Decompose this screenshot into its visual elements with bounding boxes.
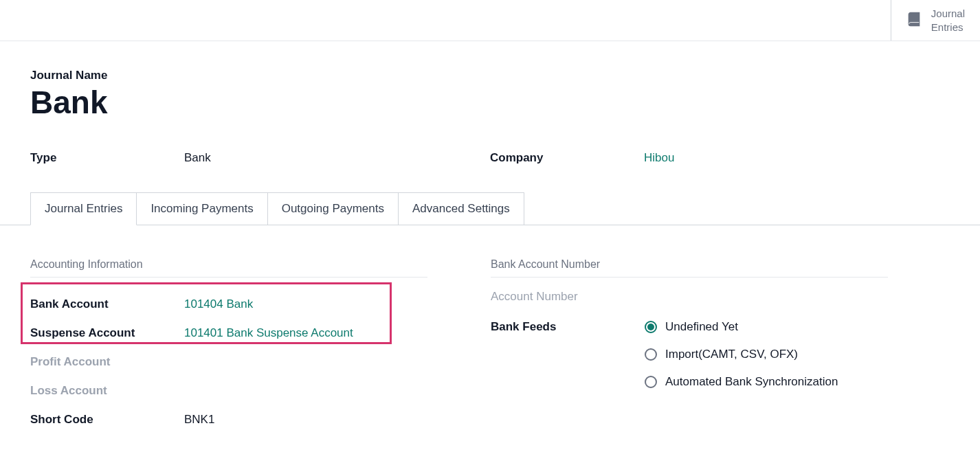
journal-name-value[interactable]: Bank bbox=[30, 84, 950, 121]
type-label: Type bbox=[30, 151, 184, 165]
field-group: Bank Account 101404 Bank Suspense Accoun… bbox=[30, 290, 491, 434]
radio-label: Import(CAMT, CSV, OFX) bbox=[665, 348, 798, 361]
bank-account-label: Bank Account bbox=[30, 297, 184, 311]
radio-unselected-icon bbox=[645, 348, 657, 361]
profit-account-label: Profit Account bbox=[30, 355, 184, 369]
tab-advanced-settings[interactable]: Advanced Settings bbox=[398, 192, 524, 225]
radio-auto-sync[interactable]: Automated Bank Synchronization bbox=[645, 375, 838, 389]
book-icon bbox=[906, 12, 922, 30]
short-code-value[interactable]: BNK1 bbox=[184, 413, 214, 427]
accounting-info-header: Accounting Information bbox=[30, 258, 427, 278]
suspense-account-label: Suspense Account bbox=[30, 326, 184, 340]
bank-account-value[interactable]: 101404 Bank bbox=[184, 297, 253, 311]
tab-outgoing-payments[interactable]: Outgoing Payments bbox=[267, 192, 399, 225]
left-column: Accounting Information Bank Account 1014… bbox=[30, 258, 491, 434]
radio-label: Automated Bank Synchronization bbox=[665, 375, 838, 389]
radio-selected-icon bbox=[645, 321, 657, 333]
form-content: Journal Name Bank Type Bank Company Hibo… bbox=[0, 41, 980, 434]
radio-unselected-icon bbox=[645, 376, 657, 388]
radio-undefined-yet[interactable]: Undefined Yet bbox=[645, 320, 838, 334]
tab-incoming-payments[interactable]: Incoming Payments bbox=[136, 192, 267, 225]
right-column: Bank Account Number Account Number Bank … bbox=[491, 258, 950, 434]
short-code-label: Short Code bbox=[30, 413, 184, 427]
top-toolbar: Journal Entries bbox=[0, 0, 980, 41]
type-value[interactable]: Bank bbox=[184, 151, 211, 165]
journal-entries-stat-button[interactable]: Journal Entries bbox=[891, 0, 980, 41]
radio-import[interactable]: Import(CAMT, CSV, OFX) bbox=[645, 348, 838, 361]
radio-label: Undefined Yet bbox=[665, 320, 738, 334]
bank-feeds-row: Bank Feeds Undefined Yet Import(CAMT, CS… bbox=[491, 319, 950, 389]
tab-journal-entries[interactable]: Journal Entries bbox=[30, 192, 137, 225]
bank-feeds-label: Bank Feeds bbox=[491, 319, 645, 334]
tab-content: Accounting Information Bank Account 1014… bbox=[30, 225, 950, 434]
header-fields-row: Type Bank Company Hibou bbox=[30, 151, 950, 165]
stat-button-label: Journal Entries bbox=[931, 7, 965, 34]
bank-account-row: Bank Account 101404 Bank bbox=[30, 290, 491, 319]
suspense-account-value[interactable]: 101401 Bank Suspense Account bbox=[184, 326, 353, 340]
short-code-row: Short Code BNK1 bbox=[30, 405, 491, 434]
loss-account-label: Loss Account bbox=[30, 384, 184, 398]
loss-account-row: Loss Account bbox=[30, 376, 491, 405]
account-number-label[interactable]: Account Number bbox=[491, 290, 950, 304]
bank-feeds-radio-group: Undefined Yet Import(CAMT, CSV, OFX) Aut… bbox=[645, 319, 838, 389]
company-value[interactable]: Hibou bbox=[644, 151, 674, 165]
company-label: Company bbox=[490, 151, 644, 165]
journal-name-label: Journal Name bbox=[30, 69, 950, 82]
profit-account-row: Profit Account bbox=[30, 348, 491, 376]
suspense-account-row: Suspense Account 101401 Bank Suspense Ac… bbox=[30, 319, 491, 348]
bank-account-number-header: Bank Account Number bbox=[491, 258, 888, 278]
tabs: Journal Entries Incoming Payments Outgoi… bbox=[0, 192, 980, 225]
